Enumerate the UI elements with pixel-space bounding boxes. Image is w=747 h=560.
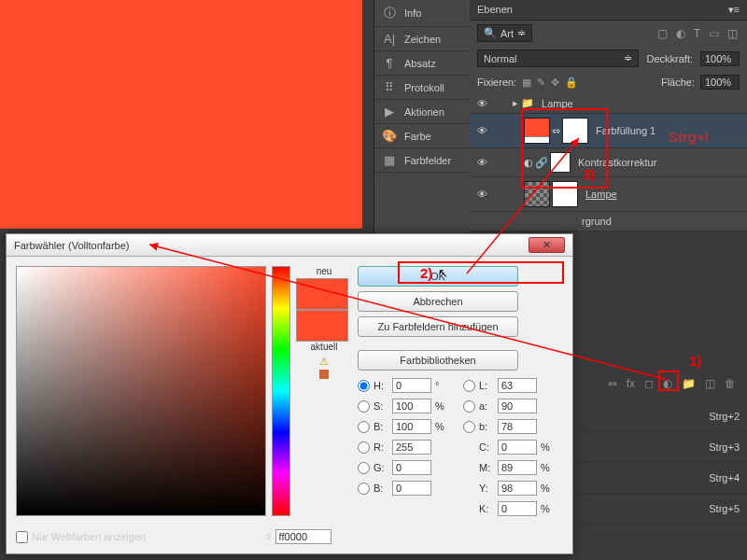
- filter-pixel-icon[interactable]: ▢: [657, 27, 668, 40]
- current-label: aktuell: [296, 342, 352, 352]
- visibility-icon[interactable]: 👁: [475, 98, 488, 109]
- s-input[interactable]: [392, 399, 431, 413]
- annotation-step2: 2): [420, 265, 432, 281]
- h-input[interactable]: [392, 378, 431, 393]
- b-radio[interactable]: [358, 421, 370, 433]
- fx-icon[interactable]: fx: [627, 377, 635, 390]
- character-icon: A|: [382, 32, 397, 46]
- mask-thumb[interactable]: [562, 118, 588, 144]
- annotation-step3: 3): [583, 166, 595, 182]
- adjustment-icon[interactable]: ◐: [663, 377, 672, 390]
- new-label: neu: [296, 266, 352, 276]
- shortcut-item[interactable]: Strg+4: [573, 463, 747, 494]
- new-layer-icon[interactable]: ◫: [705, 377, 715, 390]
- m-input[interactable]: [498, 460, 537, 475]
- b2-radio[interactable]: [358, 483, 370, 495]
- lock-all-icon[interactable]: 🔒: [565, 77, 578, 89]
- layer-thumb[interactable]: [524, 181, 550, 207]
- l-input[interactable]: [498, 378, 537, 393]
- layer-kontrast[interactable]: 👁 ◐ 🔗 Kontrastkorrektur: [470, 148, 747, 177]
- gamut-warning-icon[interactable]: ⚠: [319, 356, 329, 368]
- layer-lampe-2[interactable]: 👁 Lampe: [470, 177, 747, 212]
- lock-paint-icon[interactable]: ✎: [537, 77, 545, 89]
- web-colors-label: Nur Webfarben anzeigen: [32, 531, 146, 542]
- h-radio[interactable]: [358, 380, 370, 392]
- g-radio[interactable]: [358, 462, 370, 474]
- mask-icon[interactable]: ◻: [644, 377, 654, 390]
- link-layers-icon[interactable]: ⇔: [608, 377, 617, 390]
- group-icon[interactable]: 📁: [682, 377, 696, 390]
- link-icon[interactable]: ⇔: [552, 125, 560, 137]
- panel-protokoll[interactable]: ⠿Protokoll: [374, 76, 470, 100]
- a-input[interactable]: [498, 399, 537, 413]
- adjust-icon: ◐: [524, 157, 533, 169]
- panel-aktionen[interactable]: ▶Aktionen: [374, 100, 470, 124]
- visibility-icon[interactable]: 👁: [475, 189, 488, 200]
- history-icon: ⠿: [382, 80, 397, 94]
- panel-absatz[interactable]: ¶Absatz: [374, 51, 470, 76]
- web-warning-icon[interactable]: [319, 370, 329, 379]
- filter-type-select[interactable]: 🔍 Art ≑: [477, 24, 532, 42]
- color-icon: 🎨: [382, 129, 397, 143]
- opacity-label: Deckkraft:: [646, 53, 693, 64]
- filter-type-icon[interactable]: T: [694, 27, 700, 40]
- fill-thumb[interactable]: [524, 118, 550, 144]
- blend-mode-select[interactable]: Normal≑: [477, 49, 639, 67]
- shortcuts-list: Strg+2 Strg+3 Strg+4 Strg+5: [573, 401, 747, 525]
- shortcut-item[interactable]: Strg+3: [573, 432, 747, 463]
- visibility-icon[interactable]: 👁: [475, 157, 488, 168]
- lock-move-icon[interactable]: ✥: [551, 77, 559, 89]
- close-button[interactable]: ✕: [529, 237, 565, 253]
- hex-input[interactable]: [275, 529, 331, 544]
- panel-menu-icon[interactable]: ▾≡: [728, 4, 740, 16]
- panel-dock: ⓘInfo A|Zeichen ¶Absatz ⠿Protokoll ▶Akti…: [374, 0, 470, 233]
- a-radio[interactable]: [463, 400, 475, 413]
- paragraph-icon: ¶: [382, 56, 397, 70]
- current-color-swatch[interactable]: [296, 310, 348, 342]
- opacity-input[interactable]: 100%: [700, 51, 740, 66]
- b-input[interactable]: [392, 419, 431, 434]
- c-input[interactable]: [498, 440, 537, 455]
- shortcut-item[interactable]: Strg+5: [573, 494, 747, 525]
- layer-group-lampe[interactable]: 👁 ▸ 📁 Lampe: [470, 93, 747, 114]
- mask-thumb[interactable]: [550, 152, 571, 173]
- panel-info[interactable]: ⓘInfo: [374, 0, 470, 27]
- b3-input[interactable]: [498, 419, 537, 434]
- filter-shape-icon[interactable]: ▭: [709, 27, 719, 40]
- layers-panel: Ebenen▾≡ 🔍 Art ≑ ▢ ◐ T ▭ ◫ Normal≑ Deckk…: [470, 0, 747, 231]
- annotation-shortcut: Strg+I: [669, 129, 709, 145]
- cancel-button[interactable]: Abbrechen: [358, 291, 518, 312]
- filter-smart-icon[interactable]: ◫: [727, 27, 738, 40]
- k-input[interactable]: [498, 501, 537, 516]
- lock-trans-icon[interactable]: ▦: [522, 77, 531, 89]
- s-radio[interactable]: [358, 400, 370, 413]
- hue-slider[interactable]: [272, 266, 290, 516]
- panel-farbe[interactable]: 🎨Farbe: [374, 124, 470, 148]
- layer-hintergrund[interactable]: rgrund: [470, 212, 747, 231]
- r-radio[interactable]: [358, 441, 370, 454]
- delete-icon[interactable]: 🗑: [725, 377, 736, 390]
- swatches-icon: ▦: [382, 153, 397, 167]
- panel-zeichen[interactable]: A|Zeichen: [374, 27, 470, 51]
- layers-footer: ⇔ fx ◻ ◐ 📁 ◫ 🗑: [573, 373, 740, 394]
- g-input[interactable]: [392, 460, 431, 475]
- visibility-icon[interactable]: 👁: [475, 125, 488, 136]
- document-canvas[interactable]: [0, 0, 362, 229]
- y-input[interactable]: [498, 481, 537, 496]
- l-radio[interactable]: [463, 380, 475, 392]
- panel-farbfelder[interactable]: ▦Farbfelder: [374, 148, 470, 173]
- fill-input[interactable]: 100%: [700, 75, 740, 90]
- mask-thumb[interactable]: [552, 181, 578, 207]
- libraries-button[interactable]: Farbbibliotheken: [358, 350, 518, 371]
- actions-icon: ▶: [382, 105, 397, 119]
- dialog-title: Farbwähler (Volltonfarbe): [14, 240, 130, 251]
- saturation-value-picker[interactable]: [16, 266, 266, 516]
- filter-adjust-icon[interactable]: ◐: [676, 27, 685, 40]
- shortcut-item[interactable]: Strg+2: [573, 401, 747, 432]
- b2-input[interactable]: [392, 481, 431, 496]
- r-input[interactable]: [392, 440, 431, 455]
- b3-radio[interactable]: [463, 421, 475, 433]
- add-swatch-button[interactable]: Zu Farbfeldern hinzufügen: [358, 316, 518, 337]
- link-icon[interactable]: 🔗: [535, 157, 548, 169]
- web-colors-checkbox[interactable]: [16, 531, 28, 543]
